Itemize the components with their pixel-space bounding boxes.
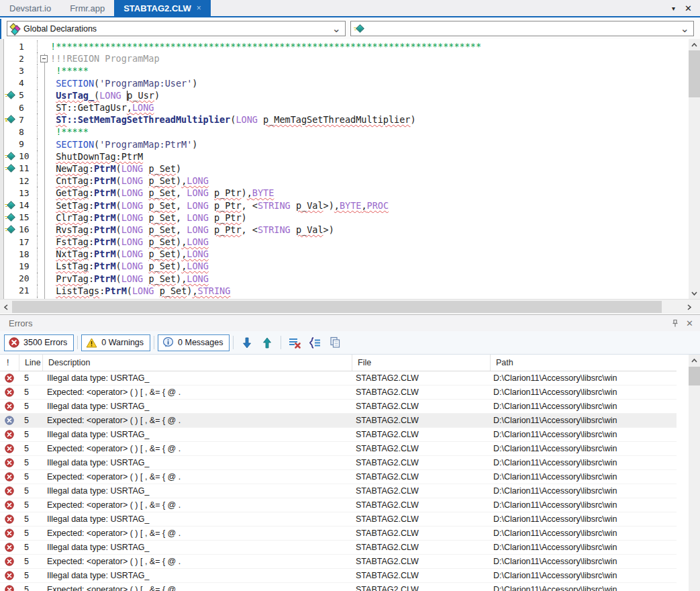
editor-line[interactable]: 13 GetTag:PtrM(LONG p_Set, LONG p_Ptr),B… <box>5 187 689 199</box>
code-token: LstTag <box>56 261 89 271</box>
gutter-icon-cell <box>5 91 17 100</box>
tab-list-dropdown-icon[interactable]: ▾ <box>672 5 675 12</box>
error-row[interactable]: 5Illegal data type: USRTAG_STABTAG2.CLWD… <box>0 428 677 442</box>
error-row[interactable]: 5Illegal data type: USRTAG_STABTAG2.CLWD… <box>0 371 677 385</box>
code-token: LONG <box>187 187 209 198</box>
copy-button[interactable] <box>325 334 345 351</box>
editor-line[interactable]: 20 PrvTag:PtrM(LONG p_Set),LONG <box>5 273 689 285</box>
error-row[interactable]: 5Expected: <operator> ( ) [ , &= { @ .ST… <box>0 527 677 541</box>
code-token: LONG <box>187 273 209 284</box>
error-row[interactable]: 5Illegal data type: USRTAG_STABTAG2.CLWD… <box>0 484 677 498</box>
editor-line[interactable]: 6 ST::GetTagUsr,LONG <box>5 101 689 113</box>
bookmark-diamond-icon[interactable] <box>5 201 15 210</box>
editor-line[interactable]: 2!!!REGION ProgramMap <box>5 52 689 64</box>
editor-line[interactable]: 9 SECTION('ProgramMap:PtrM') <box>5 138 689 150</box>
error-row[interactable]: 5Expected: <operator> ( ) [ , &= { @ .ST… <box>0 414 677 428</box>
tab-close-icon[interactable]: × <box>197 3 201 13</box>
fold-margin <box>37 40 50 52</box>
editor-vertical-scrollbar[interactable] <box>689 39 700 299</box>
editor-line[interactable]: 1!**************************************… <box>5 40 689 52</box>
tab-stabtag2-clw[interactable]: STABTAG2.CLW × <box>114 0 211 16</box>
editor-line[interactable]: 11 NewTag:PtrM(LONG p_Set) <box>5 163 689 175</box>
error-row[interactable]: 5Illegal data type: USRTAG_STABTAG2.CLWD… <box>0 541 677 555</box>
chevron-down-icon[interactable]: ⌄ <box>332 22 341 35</box>
column-header-file[interactable]: File <box>352 358 490 367</box>
editor-line[interactable]: 14 SetTag:PtrM(LONG p_Set, LONG p_Ptr, <… <box>5 199 689 211</box>
scroll-up-button[interactable] <box>689 355 700 366</box>
editor-line[interactable]: 4 SECTION('ProgramMap:User') <box>5 77 689 89</box>
editor-line[interactable]: 5 UsrTag_(LONG p_Usr) <box>5 89 689 101</box>
next-error-button[interactable] <box>237 334 257 351</box>
chevron-down-icon[interactable]: ⌄ <box>681 22 689 35</box>
scroll-right-button[interactable] <box>683 300 695 314</box>
bookmark-diamond-icon[interactable] <box>5 115 15 124</box>
error-description-cell: Expected: <operator> ( ) [ , &= { @ . <box>42 585 350 591</box>
column-header-description[interactable]: Description <box>43 358 352 367</box>
editor-line[interactable]: 8 !***** <box>5 126 689 138</box>
show-error-help-button[interactable] <box>305 334 325 351</box>
scrollbar-thumb[interactable] <box>689 367 700 385</box>
editor-line[interactable]: 12 CntTag:PtrM(LONG p_Set),LONG <box>5 175 689 187</box>
scope-dropdown[interactable]: Global Declarations ⌄ <box>7 21 346 36</box>
error-row[interactable]: 5Illegal data type: USRTAG_STABTAG2.CLWD… <box>0 512 677 527</box>
scrollbar-thumb[interactable] <box>689 50 700 97</box>
bookmark-diamond-icon[interactable] <box>5 225 15 234</box>
column-header-line[interactable]: Line <box>19 358 42 367</box>
errors-filter-button[interactable]: 3500 Errors <box>4 334 74 351</box>
close-panel-icon[interactable]: ✕ <box>686 318 693 328</box>
bookmark-diamond-icon[interactable] <box>5 213 15 222</box>
error-row[interactable]: 5Illegal data type: USRTAG_STABTAG2.CLWD… <box>0 456 677 470</box>
error-row[interactable]: 5Expected: <operator> ( ) [ , &= { @ .ST… <box>0 470 677 484</box>
messages-count-label: 0 Messages <box>178 338 223 347</box>
messages-filter-button[interactable]: 0 Messages <box>158 334 230 351</box>
tab-devstart-io[interactable]: Devstart.io <box>0 0 60 16</box>
code-token: ( <box>116 273 121 284</box>
error-row[interactable]: 5Expected: <operator> ( ) [ , &= { @ .ST… <box>0 442 677 456</box>
bookmark-diamond-icon[interactable] <box>5 91 15 100</box>
pin-icon[interactable] <box>671 319 679 328</box>
column-header-path[interactable]: Path <box>491 358 677 367</box>
member-dropdown[interactable]: ⌄ <box>350 21 694 36</box>
scrollbar-thumb[interactable] <box>12 301 662 313</box>
clear-errors-button[interactable] <box>285 334 305 351</box>
error-file-cell: STABTAG2.CLW <box>350 543 488 552</box>
editor-line[interactable]: 15 ClrTag:PtrM(LONG p_Set, LONG p_Ptr) <box>5 212 689 224</box>
scroll-down-button[interactable] <box>689 287 700 299</box>
error-row[interactable]: 5Expected: <operator> ( ) [ , &= { @ .ST… <box>0 555 677 569</box>
editor-line[interactable]: 7 ST::SetMemTagSetThreadMultiplier(LONG … <box>5 113 689 126</box>
scroll-left-button[interactable] <box>0 300 12 314</box>
line-number: 2 <box>17 54 37 64</box>
error-row[interactable]: 5Illegal data type: USRTAG_STABTAG2.CLWD… <box>0 569 677 583</box>
bookmark-diamond-icon[interactable] <box>5 152 15 161</box>
errors-vertical-scrollbar[interactable] <box>689 355 700 591</box>
error-row[interactable]: 5Expected: <operator> ( ) [ , &= { @ .ST… <box>0 583 677 591</box>
error-path-cell: D:\Clarion11\Accessory\libsrc\win <box>488 585 677 591</box>
editor-line[interactable]: 16 RvsTag:PtrM(LONG p_Set, LONG p_Ptr, <… <box>5 224 689 236</box>
editor-line[interactable]: 18 NxtTag:PtrM(LONG p_Set),LONG <box>5 248 689 260</box>
fold-collapse-icon[interactable] <box>40 55 48 62</box>
editor-line[interactable]: 21 ListTags:PtrM(LONG p_Set),STRING <box>5 285 689 297</box>
editor-line[interactable]: 19 LstTag:PtrM(LONG p_Set),LONG <box>5 260 689 272</box>
tab-frmr-app[interactable]: Frmr.app <box>60 0 114 16</box>
editor-line[interactable]: 3 !***** <box>5 64 689 77</box>
code-editor[interactable]: 1!**************************************… <box>0 39 700 299</box>
previous-error-button[interactable] <box>257 334 277 351</box>
document-close-icon[interactable]: ✕ <box>685 3 692 13</box>
gutter-icon-cell <box>5 164 17 173</box>
code-token: LONG <box>121 175 144 186</box>
editor-line[interactable]: 17 FstTag:PtrM(LONG p_Set),LONG <box>5 236 689 248</box>
column-header-severity[interactable]: ! <box>0 358 19 367</box>
editor-line[interactable]: 10 ShutDownTag:PtrM <box>5 150 689 163</box>
warnings-filter-button[interactable]: 0 Warnings <box>81 334 150 351</box>
scroll-up-button[interactable] <box>689 39 700 50</box>
error-severity-icon <box>0 585 19 591</box>
code-token <box>209 212 214 223</box>
bookmark-diamond-icon[interactable] <box>5 164 15 173</box>
global-declarations-icon <box>10 24 21 34</box>
error-row[interactable]: 5Illegal data type: USRTAG_STABTAG2.CLWD… <box>0 400 677 414</box>
error-row[interactable]: 5Expected: <operator> ( ) [ , &= { @ .ST… <box>0 385 677 400</box>
code-token <box>291 200 296 211</box>
code-token: : <box>89 273 94 284</box>
error-row[interactable]: 5Expected: <operator> ( ) [ , &= { @ .ST… <box>0 498 677 512</box>
editor-horizontal-scrollbar[interactable] <box>0 299 700 314</box>
